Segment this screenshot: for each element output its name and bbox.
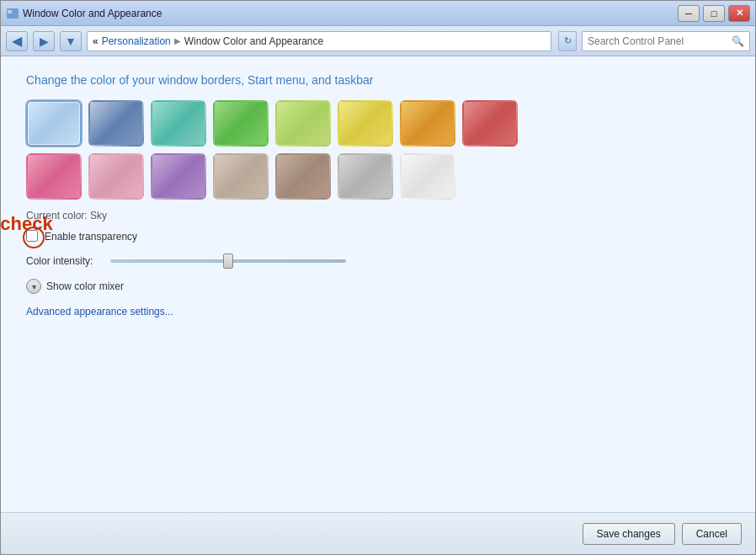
swatch-midnight[interactable]: [88, 100, 144, 147]
breadcrumb-current: Window Color and Appearance: [184, 35, 323, 47]
maximize-button[interactable]: □: [703, 5, 725, 22]
color-mixer-row[interactable]: ▾ Show color mixer: [26, 279, 730, 294]
cancel-button[interactable]: Cancel: [682, 523, 742, 545]
window: Window Color and Appearance ─ □ ✕ ◀ ▶ ▼ …: [0, 0, 756, 555]
intensity-slider-track[interactable]: [110, 259, 346, 263]
swatch-yellow[interactable]: [338, 100, 393, 147]
intensity-slider-thumb[interactable]: [223, 253, 233, 269]
swatch-teal[interactable]: [151, 100, 206, 147]
window-title: Window Color and Appearance: [23, 8, 162, 19]
intensity-row: Color intensity:: [26, 255, 730, 267]
down-arrow-button[interactable]: ▼: [60, 31, 82, 51]
title-bar-controls: ─ □ ✕: [678, 5, 750, 22]
transparency-label[interactable]: Enable transparency: [45, 231, 137, 243]
transparency-checkbox[interactable]: [26, 230, 38, 242]
color-grid: [26, 100, 730, 200]
back-button[interactable]: ◀: [6, 31, 28, 51]
swatch-rose[interactable]: [88, 153, 144, 200]
breadcrumb-separator: ▶: [174, 36, 181, 45]
chevron-down-icon[interactable]: ▾: [26, 279, 41, 294]
swatch-silver[interactable]: [338, 153, 393, 200]
breadcrumb-prefix: «: [93, 35, 98, 47]
breadcrumb-personalization[interactable]: Personalization: [102, 35, 171, 47]
swatch-pink[interactable]: [26, 153, 82, 200]
title-bar: Window Color and Appearance ─ □ ✕: [1, 1, 755, 26]
main-content: Change the color of your window borders,…: [1, 56, 755, 512]
swatch-red[interactable]: [462, 100, 518, 147]
swatch-sky[interactable]: [26, 100, 82, 147]
swatch-orange[interactable]: [400, 100, 455, 147]
color-row-2: [26, 153, 730, 200]
save-changes-button[interactable]: Save changes: [583, 523, 675, 545]
page-title: Change the color of your window borders,…: [26, 73, 730, 87]
search-input[interactable]: [588, 35, 728, 47]
window-icon: [6, 7, 19, 20]
color-mixer-label: Show color mixer: [46, 280, 124, 292]
minimize-button[interactable]: ─: [678, 5, 700, 22]
svg-rect-1: [8, 10, 12, 13]
transparency-row: Uncheck Enable transparency: [26, 230, 730, 243]
search-box[interactable]: 🔍: [582, 31, 750, 51]
footer: Save changes Cancel: [1, 512, 755, 554]
title-bar-left: Window Color and Appearance: [6, 7, 162, 20]
current-color-label: Current color: Sky: [26, 210, 730, 221]
swatch-green[interactable]: [213, 100, 269, 147]
address-bar: ◀ ▶ ▼ « Personalization ▶ Window Color a…: [1, 26, 755, 56]
breadcrumb-bar: « Personalization ▶ Window Color and App…: [87, 31, 551, 51]
advanced-appearance-link[interactable]: Advanced appearance settings...: [26, 306, 173, 318]
swatch-tan[interactable]: [213, 153, 269, 200]
search-icon: 🔍: [732, 35, 744, 47]
swatch-purple[interactable]: [151, 153, 206, 200]
close-button[interactable]: ✕: [728, 5, 750, 22]
color-row-1: [26, 100, 730, 147]
swatch-lime[interactable]: [275, 100, 331, 147]
breadcrumb-refresh-button[interactable]: ↻: [558, 31, 577, 51]
transparency-checkbox-container: [26, 230, 40, 243]
intensity-label: Color intensity:: [26, 255, 102, 267]
swatch-white[interactable]: [400, 153, 455, 200]
swatch-brown[interactable]: [275, 153, 331, 200]
forward-button[interactable]: ▶: [33, 31, 55, 51]
